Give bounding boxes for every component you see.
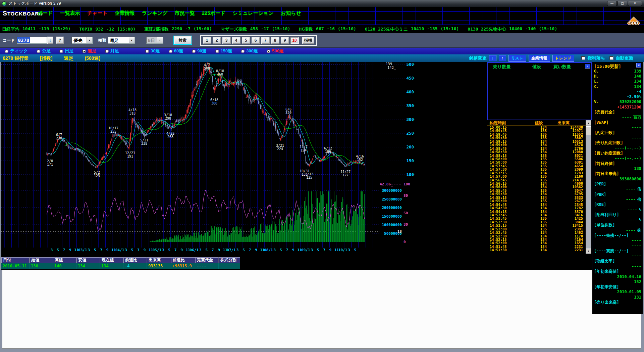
- period-radio-150週[interactable]: 150週: [215, 48, 232, 54]
- weekly-table-header: 日付始値高値安値現在値前週比出来高前週比売買代金株式分割: [1, 257, 240, 263]
- menu-item-ランキング[interactable]: ランキング: [142, 10, 168, 16]
- maximize-button[interactable]: ▢: [618, 1, 627, 6]
- symbol-down-button[interactable]: ↓: [489, 55, 496, 61]
- quote-line: [VWAP]: [594, 120, 641, 125]
- period-radio-60週[interactable]: 60週: [169, 48, 183, 54]
- svg-text:3: 3: [162, 248, 164, 252]
- close-icon[interactable]: ×: [585, 64, 590, 69]
- period-radio-ティック[interactable]: ティック: [5, 48, 28, 54]
- table-header-高値: 高値: [53, 257, 76, 263]
- ticker-item: 東証2部指数2290-7(15:00): [144, 26, 212, 32]
- svg-text:300000000: 300000000: [382, 188, 402, 193]
- chart-count-button-7[interactable]: 7: [261, 37, 270, 44]
- menu-item-一覧表示[interactable]: 一覧表示: [60, 10, 80, 16]
- period-radio-500週[interactable]: 500週: [267, 48, 284, 54]
- quote-line: ----: [594, 135, 641, 140]
- chart-count-button-10[interactable]: 10: [290, 37, 299, 44]
- close-icon[interactable]: ×: [636, 63, 641, 68]
- table-header-売買代金: 売買代金: [195, 257, 219, 263]
- code-input[interactable]: 0278: [16, 37, 47, 44]
- quote-line: ----倍: [594, 197, 641, 202]
- exec-time: 14:51:30: [490, 248, 507, 252]
- chart-count-button-4[interactable]: 4: [232, 37, 240, 44]
- menu-item-企業情報[interactable]: 企業情報: [115, 10, 135, 16]
- svg-text:18: 18: [397, 229, 402, 234]
- chart-header-bar: 0278 銀行業[指数]週足(500週) 銘柄変更 ↓ ↑ リスト 企業情報 ト…: [0, 54, 644, 62]
- svg-text:5: 5: [317, 248, 319, 252]
- period-radio-週足[interactable]: 週足: [82, 48, 96, 54]
- indicator-button[interactable]: 指標: [302, 37, 314, 44]
- symbol-up-button[interactable]: ↑: [499, 55, 506, 61]
- list-button[interactable]: リスト: [508, 55, 526, 62]
- menu-item-シミュレーション[interactable]: シミュレーション: [232, 10, 273, 16]
- company-info-button[interactable]: 企業情報: [529, 55, 550, 62]
- search-button[interactable]: 検索: [174, 36, 192, 44]
- ticker-time: (15:10): [539, 26, 557, 32]
- svg-text:3: 3: [51, 248, 53, 252]
- brand-logo: STOCKBOARD: [3, 10, 43, 17]
- candlestick-chart[interactable]: 5004504003503002502001501003000000002500…: [1, 62, 416, 254]
- chart-count-button-9[interactable]: 9: [281, 37, 289, 44]
- minimize-button[interactable]: —: [607, 1, 617, 6]
- chart-count-button-5[interactable]: 5: [242, 37, 250, 44]
- period-radio-日足[interactable]: 日足: [59, 48, 73, 54]
- code-spinner[interactable]: ↓: [47, 37, 53, 44]
- trend-button[interactable]: トレンド: [552, 55, 574, 62]
- help-button[interactable]: ?: [56, 37, 64, 44]
- chart-count-button-1[interactable]: 1: [203, 37, 211, 44]
- index-ticker: 日経平均10411-119(15:29)TOPIX932-12(15:00)東証…: [0, 25, 644, 33]
- menu-item-ボード[interactable]: ボード: [38, 10, 53, 16]
- period-radio-月足[interactable]: 月足: [105, 48, 119, 54]
- quote-value: 139: [634, 69, 641, 74]
- chart-count-button-8[interactable]: 8: [271, 37, 279, 44]
- svg-text:5: 5: [131, 248, 133, 252]
- menu-item-市況一覧[interactable]: 市況一覧: [175, 10, 195, 16]
- period-radio-90週[interactable]: 90週: [192, 48, 206, 54]
- svg-text:300: 300: [406, 117, 414, 122]
- quote-line: ----株: [594, 228, 641, 233]
- quote-value: ----(--.--): [615, 156, 641, 161]
- quote-line: ----倍: [594, 187, 641, 192]
- ticker-time: (15:29): [52, 26, 70, 32]
- auto-refresh-checkbox[interactable]: [609, 56, 613, 60]
- period-radio-300週[interactable]: 300週: [241, 48, 258, 54]
- exec-volume: 2231: [575, 248, 583, 252]
- type-dropdown[interactable]: 週足▼: [108, 37, 135, 44]
- scrollbar-thumb[interactable]: [586, 126, 591, 135]
- svg-text:400: 400: [406, 89, 414, 94]
- ticker-value: 10411: [22, 26, 36, 32]
- svg-text:194: 194: [301, 148, 307, 152]
- quote-label: [売り約定回数]: [594, 140, 623, 146]
- priority-dropdown[interactable]: 優先▼: [71, 37, 93, 44]
- menu-item-チャート[interactable]: チャート: [87, 10, 108, 16]
- chart-count-button-2[interactable]: 2: [213, 37, 221, 44]
- ex-rights-checkbox[interactable]: [581, 56, 585, 60]
- close-button[interactable]: ✕: [628, 1, 642, 6]
- quote-line: L.134: [594, 79, 641, 84]
- tape-scrollbar[interactable]: ▲ ▼: [586, 120, 591, 254]
- symbol-change-label: 銘柄変更: [469, 55, 487, 61]
- period-radio-分足[interactable]: 分足: [37, 48, 51, 54]
- chart-count-button-3[interactable]: 3: [222, 37, 231, 44]
- ticker-change: -16: [327, 26, 335, 32]
- scroll-up-icon[interactable]: ▲: [586, 121, 591, 126]
- quote-line: [PER]: [594, 182, 641, 187]
- svg-text:125: 125: [306, 176, 312, 179]
- table-cell: 134: [100, 263, 123, 269]
- menu-item-225ボード[interactable]: 225ボード: [202, 10, 226, 16]
- ticker-name: 0130 225先物中心: [468, 26, 506, 32]
- period-radio-30週[interactable]: 30週: [145, 48, 160, 54]
- quote-line: ----: [594, 125, 641, 130]
- svg-text:200000000: 200000000: [382, 206, 402, 210]
- quote-line: C.134: [594, 84, 641, 89]
- scroll-down-icon[interactable]: ▼: [586, 249, 591, 254]
- svg-text:08/1: 08/1: [264, 248, 273, 252]
- exec-volume: 2160: [575, 175, 583, 178]
- chart-count-button-6[interactable]: 6: [252, 37, 260, 44]
- svg-text:7: 7: [212, 248, 214, 252]
- quote-value: 2010.04.16: [617, 274, 641, 279]
- radio-label: 60週: [174, 48, 183, 54]
- menu-item-お知らせ[interactable]: お知らせ: [281, 10, 301, 16]
- tape-row: 14:57:001352160: [487, 175, 586, 178]
- svg-text:238: 238: [56, 136, 62, 140]
